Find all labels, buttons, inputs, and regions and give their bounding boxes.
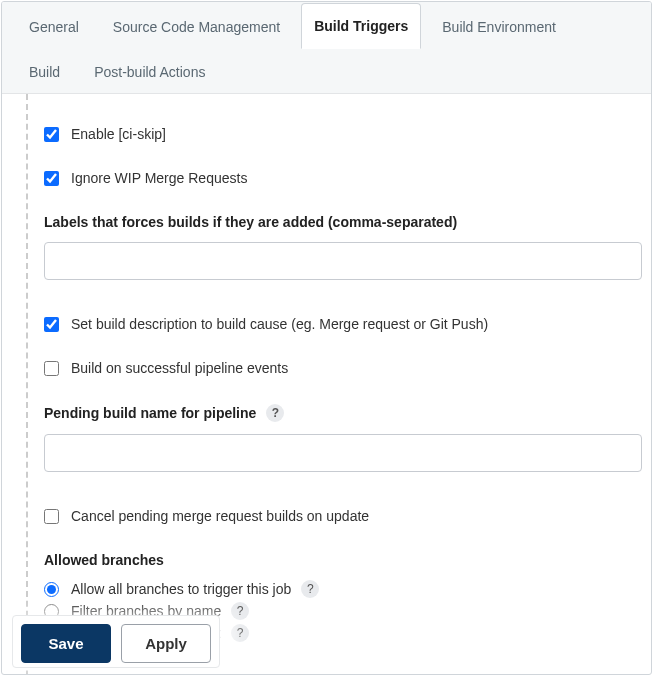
labels-force-build-input[interactable] bbox=[44, 242, 642, 280]
allow-all-branches-label: Allow all branches to trigger this job bbox=[71, 581, 291, 597]
tab-scm[interactable]: Source Code Management bbox=[100, 4, 293, 49]
footer-actions: Save Apply bbox=[12, 615, 220, 668]
build-on-pipeline-label: Build on successful pipeline events bbox=[71, 360, 288, 376]
allowed-branches-title: Allowed branches bbox=[44, 552, 627, 568]
help-icon[interactable]: ? bbox=[231, 602, 249, 620]
enable-ci-skip-checkbox[interactable] bbox=[44, 127, 59, 142]
tab-build-env[interactable]: Build Environment bbox=[429, 4, 569, 49]
cancel-pending-checkbox[interactable] bbox=[44, 509, 59, 524]
tab-build-triggers[interactable]: Build Triggers bbox=[301, 3, 421, 49]
help-icon[interactable]: ? bbox=[266, 404, 284, 422]
tab-post-build[interactable]: Post-build Actions bbox=[81, 49, 218, 94]
enable-ci-skip-label: Enable [ci-skip] bbox=[71, 126, 166, 142]
ignore-wip-label: Ignore WIP Merge Requests bbox=[71, 170, 247, 186]
tab-bar: General Source Code Management Build Tri… bbox=[2, 2, 651, 94]
tab-build[interactable]: Build bbox=[16, 49, 73, 94]
set-build-desc-label: Set build description to build cause (eg… bbox=[71, 316, 488, 332]
labels-force-build-title: Labels that forces builds if they are ad… bbox=[44, 214, 627, 230]
section-guide-line bbox=[26, 94, 28, 675]
ignore-wip-checkbox[interactable] bbox=[44, 171, 59, 186]
build-on-pipeline-checkbox[interactable] bbox=[44, 361, 59, 376]
help-icon[interactable]: ? bbox=[301, 580, 319, 598]
set-build-desc-checkbox[interactable] bbox=[44, 317, 59, 332]
save-button[interactable]: Save bbox=[21, 624, 111, 663]
help-icon[interactable]: ? bbox=[231, 624, 249, 642]
allow-all-branches-radio[interactable] bbox=[44, 582, 59, 597]
tab-general[interactable]: General bbox=[16, 4, 92, 49]
cancel-pending-label: Cancel pending merge request builds on u… bbox=[71, 508, 369, 524]
pending-build-input[interactable] bbox=[44, 434, 642, 472]
apply-button[interactable]: Apply bbox=[121, 624, 211, 663]
pending-build-title: Pending build name for pipeline bbox=[44, 405, 256, 421]
